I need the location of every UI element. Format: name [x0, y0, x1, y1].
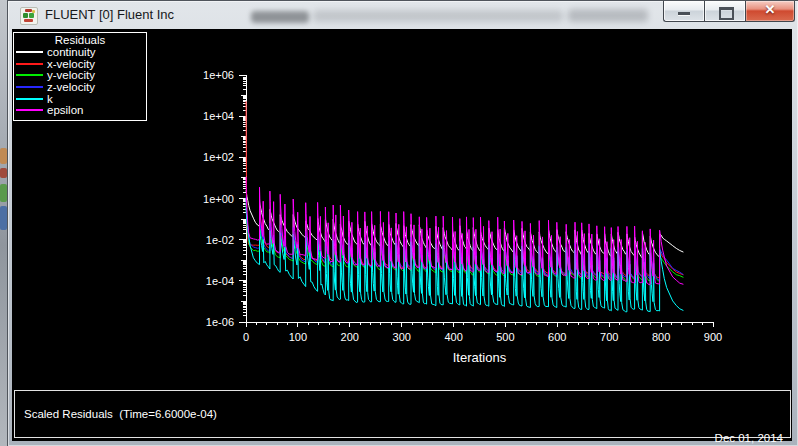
y-tick-label: 1e-04 [206, 275, 234, 287]
titlebar-artifact [313, 10, 563, 22]
minimize-button[interactable] [663, 1, 704, 22]
y-tick-label: 1e+02 [203, 151, 234, 163]
x-tick-label: 600 [548, 331, 566, 343]
desktop-icon-fragment [0, 184, 7, 202]
legend-item-k: k [14, 93, 146, 105]
legend-item-z-velocity: z-velocity [14, 81, 146, 93]
legend-label: y-velocity [47, 69, 95, 81]
window-controls: ✕ [663, 1, 795, 22]
legend-label: continuity [47, 46, 96, 58]
legend-label: x-velocity [47, 58, 95, 70]
caption-date: Dec 01, 2014 [506, 430, 783, 446]
x-tick-label: 0 [243, 331, 249, 343]
caption-meta: Dec 01, 2014 FLUENT 6.3 (3d, pbns, dynam… [506, 398, 783, 446]
legend-line-sample [16, 98, 43, 100]
y-tick-label: 1e+00 [203, 193, 234, 205]
x-tick-label: 900 [704, 331, 722, 343]
maximize-button[interactable] [704, 1, 746, 22]
y-tick-label: 1e+06 [203, 69, 234, 81]
legend-label: k [47, 93, 53, 105]
minimize-icon [678, 12, 690, 15]
series-lines [246, 101, 683, 311]
desktop-icon-fragment [0, 168, 7, 178]
fluent-app-icon [20, 7, 38, 25]
caption-title: Scaled Residuals (Time=6.6000e-04) [24, 408, 217, 420]
legend-item-continuity: continuity [14, 46, 146, 58]
window-title: FLUENT [0] Fluent Inc [45, 7, 174, 22]
legend-title: Residuals [14, 33, 146, 46]
legend-label: epsilon [47, 104, 83, 116]
x-tick-label: 700 [600, 331, 618, 343]
y-tick-label: 1e-06 [206, 316, 234, 328]
desktop-icon-fragment [0, 206, 7, 230]
x-tick-label: 800 [652, 331, 670, 343]
plot-caption-box: Scaled Residuals (Time=6.6000e-04) Dec 0… [14, 390, 791, 438]
legend-line-sample [16, 63, 43, 65]
plot-client-area: 1e+061e+041e+021e+001e-021e-041e-0601002… [12, 29, 792, 441]
fluent-window: FLUENT [0] Fluent Inc ✕ 1e+061e+041e+021… [7, 0, 798, 446]
titlebar-artifact [251, 11, 309, 23]
x-tick-label: 200 [341, 331, 359, 343]
desktop-icon-fragment [0, 148, 7, 164]
legend-label: z-velocity [47, 81, 95, 93]
legend-item-y-velocity: y-velocity [14, 69, 146, 81]
titlebar[interactable]: FLUENT [0] Fluent Inc ✕ [8, 1, 798, 29]
x-tick-label: 400 [444, 331, 462, 343]
legend-line-sample [16, 74, 43, 76]
x-axis-title: Iterations [453, 350, 507, 365]
x-tick-label: 100 [289, 331, 307, 343]
close-icon: ✕ [746, 2, 794, 17]
maximize-icon [719, 7, 734, 20]
x-tick-label: 500 [496, 331, 514, 343]
series-line-epsilon [246, 177, 683, 285]
residuals-legend: Residuals continuityx-velocityy-velocity… [13, 32, 147, 121]
legend-item-epsilon: epsilon [14, 104, 146, 116]
y-tick-label: 1e-02 [206, 234, 234, 246]
legend-line-sample [16, 109, 43, 111]
legend-item-x-velocity: x-velocity [14, 58, 146, 70]
titlebar-artifact [568, 9, 648, 22]
legend-line-sample [16, 51, 43, 53]
x-tick-label: 300 [393, 331, 411, 343]
y-tick-label: 1e+04 [203, 110, 234, 122]
legend-line-sample [16, 86, 43, 88]
close-button[interactable]: ✕ [746, 1, 795, 22]
